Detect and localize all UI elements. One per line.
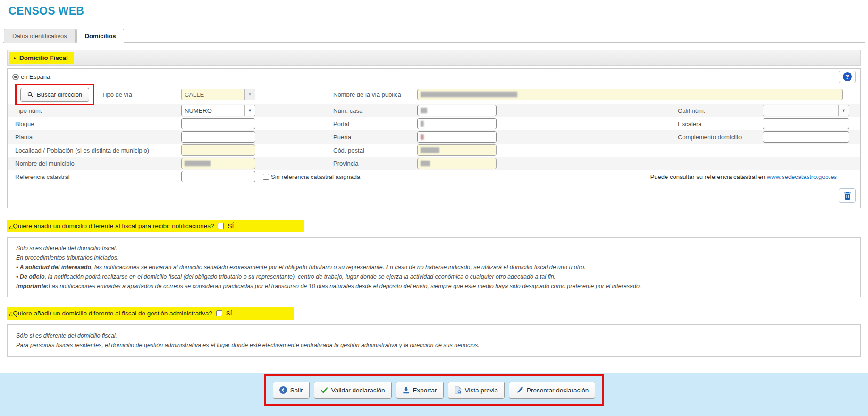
- collapse-triangle-icon: ▲: [12, 55, 17, 60]
- domicilio-fiscal-box: en España ? Buscar dirección: [7, 68, 861, 208]
- question-gestion-chip: ¿Quiere añadir un domicilio diferente al…: [7, 307, 294, 320]
- search-icon: [27, 92, 34, 98]
- input-escalera[interactable]: [763, 118, 849, 129]
- input-bloque[interactable]: [181, 118, 255, 129]
- row-tipo-via: Buscar dirección Tipo de vía CALLE ▼ Nom…: [8, 85, 860, 104]
- checkbox-si-notificaciones[interactable]: [218, 223, 224, 229]
- input-puerta[interactable]: [417, 131, 497, 143]
- submit-arrow-icon: [515, 386, 523, 394]
- redacted-value: [421, 147, 439, 153]
- catastro-note: Puede consultar su referencia catastral …: [650, 173, 837, 180]
- exportar-button[interactable]: Exportar: [396, 382, 444, 399]
- input-localidad[interactable]: [181, 144, 255, 156]
- input-cod-postal[interactable]: [417, 144, 497, 156]
- input-planta[interactable]: [181, 131, 255, 143]
- chevron-down-icon: ▼: [838, 105, 849, 116]
- presentar-label: Presentar declaración: [527, 387, 589, 394]
- tab-domicilios[interactable]: Domicilios: [76, 29, 125, 43]
- tab-datos-identificativos[interactable]: Datos identificativos: [4, 29, 76, 43]
- redacted-value: [185, 161, 211, 166]
- tab-bar: Datos identificativos Domicilios: [3, 29, 865, 42]
- radio-en-espana[interactable]: [12, 74, 19, 80]
- select-tipo-num-value: NUMERO: [182, 105, 244, 116]
- buscar-direccion-label: Buscar dirección: [37, 91, 82, 98]
- catastro-note-text: Puede consultar su referencia catastral …: [650, 173, 766, 180]
- censos-web-page: CENSOS WEB Datos identificativos Domicil…: [0, 0, 868, 416]
- salir-label: Salir: [290, 387, 303, 394]
- select-tipo-via-value: CALLE: [182, 89, 244, 100]
- redacted-value: [421, 121, 424, 127]
- chevron-down-icon: ▼: [244, 105, 255, 116]
- notes-notificaciones: Sólo si es diferente del domicilio fisca…: [7, 237, 861, 297]
- input-num-casa[interactable]: [417, 105, 497, 116]
- note-line: Importante:Las notificaciones enviadas a…: [16, 283, 852, 289]
- vista-previa-button[interactable]: Vista previa: [448, 382, 505, 399]
- row-planta: Planta Puerta Complemento domicilio: [8, 130, 860, 144]
- label-num-casa: Núm. casa: [333, 107, 417, 114]
- preview-doc-icon: [455, 386, 462, 394]
- buscar-direccion-button[interactable]: Buscar dirección: [20, 88, 89, 102]
- salir-button[interactable]: Salir: [273, 382, 310, 399]
- row-localidad: Localidad / Población (si es distinta de…: [8, 144, 860, 157]
- label-provincia: Provincia: [333, 160, 417, 167]
- label-ref-catastral: Referencia catastral: [15, 173, 181, 180]
- question-gestion: ¿Quiere añadir un domicilio diferente al…: [7, 307, 861, 320]
- label-calif-num: Calif núm.: [678, 107, 763, 114]
- row-municipio: Nombre del municipio Provincia: [8, 157, 860, 170]
- label-cod-postal: Cód. postal: [333, 147, 417, 154]
- scope-row: en España ?: [8, 69, 860, 85]
- app-header: CENSOS WEB: [0, 0, 868, 17]
- delete-domicilio-button[interactable]: [839, 188, 856, 203]
- select-tipo-num[interactable]: NUMERO ▼: [181, 105, 255, 116]
- label-bloque: Bloque: [15, 120, 181, 127]
- label-nombre-via: Nombre de la vía pública: [333, 91, 417, 98]
- question-gestion-text: ¿Quiere añadir un domicilio diferente al…: [9, 310, 212, 317]
- note-line: En procedimientos tributarios iniciados:: [16, 255, 852, 261]
- page-title: CENSOS WEB: [8, 5, 84, 17]
- validar-label: Validar declaración: [331, 387, 385, 394]
- row-delete: [8, 183, 860, 208]
- select-calif-num[interactable]: ▼: [763, 105, 849, 116]
- question-notificaciones: ¿Quiere añadir un domicilio diferente al…: [7, 220, 861, 232]
- question-notificaciones-chip: ¿Quiere añadir un domicilio diferente al…: [7, 220, 304, 232]
- label-portal: Portal: [333, 120, 417, 127]
- input-nombre-via[interactable]: [417, 89, 843, 100]
- checkbox-si-gestion[interactable]: [216, 310, 222, 316]
- input-provincia[interactable]: [417, 158, 497, 169]
- note-line: • De oficio, la notificación podrá reali…: [16, 273, 852, 280]
- row-ref-catastral: Referencia catastral Sin referencia cata…: [8, 170, 860, 183]
- checkbox-sin-referencia[interactable]: [263, 174, 269, 180]
- label-complemento: Complemento domicilio: [678, 134, 763, 141]
- help-button[interactable]: ?: [839, 71, 856, 83]
- action-footer: Salir Validar declaración Exportar Vista…: [0, 373, 868, 416]
- download-icon: [403, 387, 410, 394]
- trash-icon: [844, 192, 851, 200]
- presentar-declaracion-button[interactable]: Presentar declaración: [509, 382, 595, 399]
- label-planta: Planta: [15, 134, 181, 141]
- section-title: Domicilio Fiscal: [19, 54, 68, 61]
- redacted-value: [421, 161, 430, 166]
- input-ref-catastral[interactable]: [181, 171, 255, 182]
- checkbox-si-gestion-label: SÍ: [226, 310, 232, 317]
- input-municipio[interactable]: [181, 158, 255, 169]
- label-puerta: Puerta: [333, 134, 417, 141]
- input-complemento-domicilio[interactable]: [763, 131, 849, 143]
- section-toggle-domicilio-fiscal[interactable]: ▲ Domicilio Fiscal: [9, 52, 74, 64]
- checkbox-sin-referencia-label: Sin referencia catastral asignada: [271, 173, 360, 180]
- redacted-value: [421, 134, 424, 140]
- row-bloque: Bloque Portal Escalera: [8, 117, 860, 130]
- label-municipio: Nombre del municipio: [15, 160, 181, 167]
- checkbox-si-notificaciones-label: SÍ: [228, 222, 234, 229]
- note-line: • A solicitud del interesado, las notifi…: [16, 264, 852, 271]
- label-escalera: Escalera: [678, 120, 763, 127]
- back-circle-icon: [279, 386, 287, 394]
- input-portal[interactable]: [417, 118, 497, 129]
- question-mark-icon: ?: [843, 72, 852, 81]
- row-tipo-num: Tipo núm. NUMERO ▼ Núm. casa Calif núm.: [8, 104, 860, 117]
- validar-declaracion-button[interactable]: Validar declaración: [314, 382, 392, 399]
- annotation-box-buscar: Buscar dirección: [15, 84, 94, 105]
- sedecatastro-link[interactable]: www.sedecatastro.gob.es: [767, 173, 837, 180]
- question-notificaciones-text: ¿Quiere añadir un domicilio diferente al…: [9, 222, 214, 229]
- note-line: Sólo si es diferente del domicilio fisca…: [16, 332, 852, 339]
- select-tipo-via[interactable]: CALLE ▼: [181, 89, 255, 100]
